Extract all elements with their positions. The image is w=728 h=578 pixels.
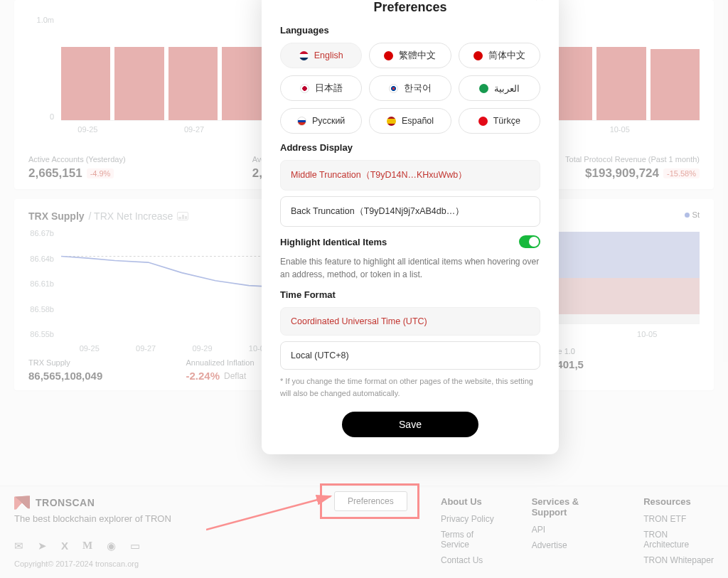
modal-title: Preferences ✕: [280, 0, 540, 15]
lang-option-ko[interactable]: 한국어: [369, 75, 451, 101]
highlight-heading-row: Highlight Identical Items: [280, 235, 540, 248]
flag-icon: [387, 117, 396, 126]
flag-icon: [479, 84, 488, 93]
lang-option-ar[interactable]: العربية: [459, 75, 540, 101]
time-format-heading: Time Format: [280, 289, 540, 300]
flag-icon: [299, 51, 309, 60]
close-icon[interactable]: ✕: [534, 0, 545, 3]
time-footnote: * If you change the time format on other…: [280, 375, 540, 399]
flag-icon: [297, 117, 306, 126]
flag-icon: [389, 84, 398, 93]
time-option-utc[interactable]: Coordinated Universal Time (UTC): [280, 307, 540, 336]
languages-heading: Languages: [280, 25, 540, 36]
address-option-middle[interactable]: Middle Truncation（T9yD14N…KHxuWwb）: [280, 160, 540, 191]
language-grid: English 繁體中文 简体中文 日本語 한국어 العربية Русски…: [280, 43, 540, 134]
highlight-help: Enable this feature to highlight all ide…: [280, 255, 540, 281]
preferences-modal: Preferences ✕ Languages English 繁體中文 简体中…: [262, 0, 559, 454]
flag-icon: [478, 117, 488, 126]
lang-option-zh-cn[interactable]: 简体中文: [459, 43, 540, 68]
time-option-local[interactable]: Local (UTC+8): [280, 341, 540, 370]
flag-icon: [300, 84, 309, 93]
save-button[interactable]: Save: [342, 412, 478, 437]
flag-icon: [384, 51, 393, 60]
flag-icon: [473, 51, 483, 60]
lang-option-tr[interactable]: Türkçe: [459, 108, 540, 134]
lang-option-ja[interactable]: 日本語: [280, 75, 362, 101]
highlight-toggle[interactable]: [519, 235, 540, 248]
address-option-back[interactable]: Back Truncation（T9yD14Nj9j7xAB4db…）: [280, 196, 540, 227]
lang-option-ru[interactable]: Русский: [280, 108, 362, 134]
lang-option-es[interactable]: Español: [369, 108, 451, 134]
lang-option-zh-tw[interactable]: 繁體中文: [369, 43, 451, 68]
address-display-heading: Address Display: [280, 142, 540, 153]
lang-option-english[interactable]: English: [280, 43, 362, 68]
